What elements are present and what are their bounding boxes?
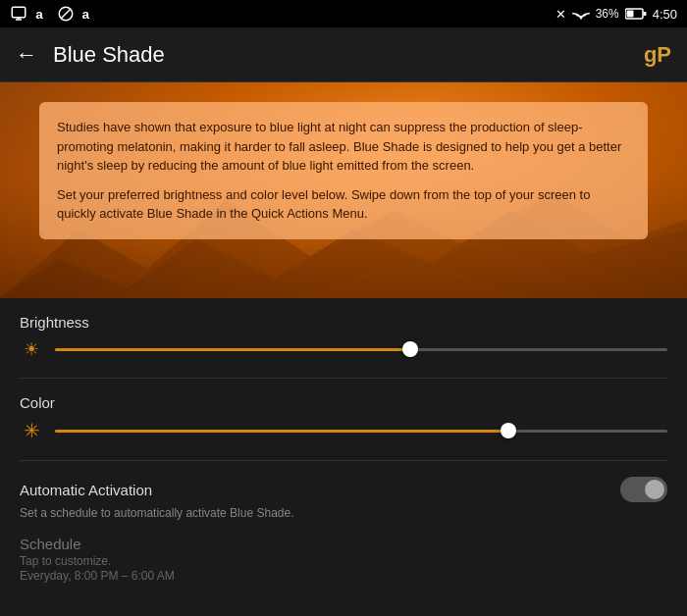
svg-rect-1 [16,19,22,21]
schedule-tap: Tap to customize. [20,554,667,568]
screenshot-icon [10,5,27,23]
color-slider-row: ✳ [20,419,667,442]
header-logo: gP [644,42,671,68]
svg-line-5 [62,10,71,19]
divider-1 [20,378,667,379]
color-icon: ✳ [20,419,43,442]
time-display: 4:50 [653,7,677,22]
svg-rect-10 [643,12,646,16]
color-track[interactable] [55,430,667,433]
auto-activation-toggle[interactable] [620,477,667,502]
color-thumb [501,423,516,438]
svg-text:a: a [82,7,90,22]
hero-section: Studies have shown that exposure to blue… [0,82,687,298]
info-paragraph-2: Set your preferred brightness and color … [57,185,630,224]
battery-percent: 36% [596,7,619,21]
amazon-icon: a [80,5,98,23]
schedule-title: Schedule [20,536,667,552]
page-title: Blue Shade [53,42,165,68]
svg-text:a: a [35,7,43,22]
info-paragraph-1: Studies have shown that exposure to blue… [57,118,630,176]
status-bar-icons: a a [10,5,98,23]
amazon-a-icon: a [33,5,51,23]
schedule-time: Everyday, 8:00 PM – 6:00 AM [20,569,667,583]
schedule-section[interactable]: Schedule Tap to customize. Everyday, 8:0… [20,532,667,583]
svg-rect-0 [12,7,26,18]
info-card: Studies have shown that exposure to blue… [39,102,648,239]
brightness-thumb [402,341,418,357]
status-bar: a a ✕ 36% 4:50 [0,0,687,27]
controls-section: Brightness ☀ Color ✳ Automatic Activatio… [0,298,687,598]
auto-activation-desc: Set a schedule to automatically activate… [20,506,667,520]
brightness-group: Brightness ☀ [20,314,667,360]
brightness-label: Brightness [20,314,667,331]
brightness-slider-row: ☀ [20,338,667,360]
circle-slash-icon [57,5,75,23]
wifi-icon [572,7,590,21]
auto-activation-title: Automatic Activation [20,482,152,498]
back-button[interactable]: ← [16,42,37,68]
svg-rect-9 [626,11,633,18]
status-bar-right: ✕ 36% 4:50 [555,7,677,22]
brightness-icon: ☀ [20,338,43,360]
brightness-fill [55,348,410,351]
svg-point-7 [580,17,582,19]
brightness-track[interactable] [55,348,667,351]
auto-activation-section: Automatic Activation Set a schedule to a… [20,477,667,520]
x-icon: ✕ [555,7,566,22]
header-left: ← Blue Shade [16,42,165,68]
toggle-knob [645,480,664,499]
battery-icon [625,8,647,20]
color-fill [55,430,508,433]
divider-2 [20,460,667,461]
color-group: Color ✳ [20,394,667,442]
auto-activation-row: Automatic Activation [20,477,667,502]
svg-rect-2 [18,18,21,20]
color-label: Color [20,394,667,411]
header: ← Blue Shade gP [0,27,687,82]
